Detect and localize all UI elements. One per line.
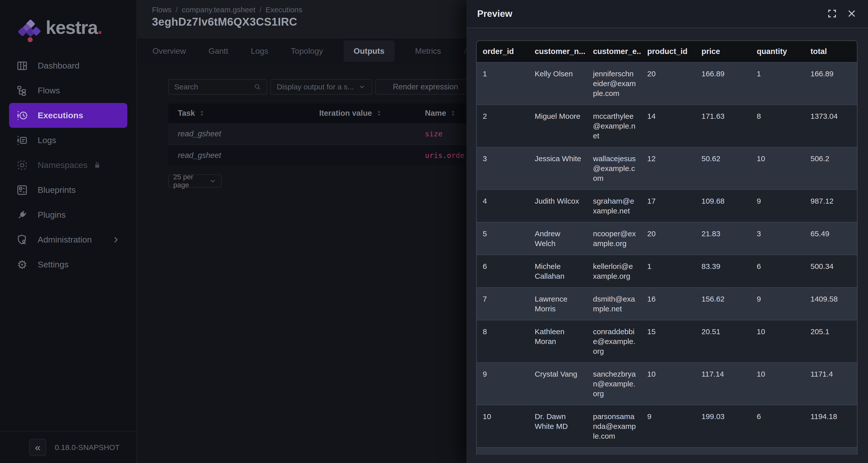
- sidebar-item-plugins[interactable]: Plugins: [9, 203, 127, 227]
- preview-cell: 9: [751, 190, 804, 222]
- sort-icon[interactable]: [450, 110, 457, 117]
- search-input[interactable]: Search: [168, 79, 267, 95]
- output-name[interactable]: uris.orde: [425, 151, 464, 160]
- outputs-table-row[interactable]: read_gsheeturis.orde: [168, 144, 492, 166]
- preview-cell: kellerlori@example.org: [587, 255, 641, 287]
- preview-cell: 156.62: [695, 287, 751, 320]
- sidebar-item-settings[interactable]: ⚙Settings: [9, 252, 127, 277]
- preview-cell: 50.62: [695, 147, 751, 190]
- preview-cell: 987.12: [804, 190, 858, 222]
- sidebar-item-label: Administration: [38, 235, 92, 245]
- preview-cell: wallacejesus@example.com: [587, 147, 641, 190]
- tab-label: Overview: [152, 47, 186, 56]
- preview-column-header[interactable]: price: [695, 41, 751, 62]
- tab-gantt[interactable]: Gantt: [207, 40, 230, 62]
- preview-title: Preview: [477, 8, 513, 19]
- preview-cell: 7: [477, 287, 529, 320]
- preview-column-header[interactable]: quantity: [751, 41, 804, 62]
- preview-cell: 6: [477, 255, 529, 287]
- outputs-table-row[interactable]: read_gsheetsize: [168, 123, 492, 144]
- preview-column-header[interactable]: total: [804, 41, 858, 62]
- sidebar-collapse-button[interactable]: «: [29, 439, 46, 456]
- blueprints-icon: [16, 184, 28, 196]
- preview-cell: Jessica White: [529, 147, 587, 190]
- preview-cell: 17: [641, 190, 695, 222]
- sidebar-item-flows[interactable]: Flows: [9, 78, 127, 103]
- sidebar-item-administration[interactable]: Administration: [9, 227, 127, 252]
- preview-cell: 1: [751, 62, 804, 105]
- sort-icon[interactable]: [198, 110, 206, 117]
- render-expression-button[interactable]: Render expression: [375, 79, 476, 95]
- preview-cell: 20.51: [695, 320, 751, 363]
- preview-table-row[interactable]: 7Lawrence Morrisdsmith@example.net16156.…: [477, 287, 858, 320]
- kestra-logo[interactable]: kestra.: [18, 15, 102, 40]
- preview-table-row[interactable]: 2Miguel Mooremccarthylee@example.net1417…: [477, 105, 858, 147]
- preview-table-row[interactable]: 5Andrew Welchncooper@example.org2021.833…: [477, 222, 858, 255]
- preview-table-row[interactable]: 1Kelly Olsenjenniferschneider@example.co…: [477, 62, 858, 105]
- tab-outputs[interactable]: Outputs: [344, 40, 395, 62]
- preview-cell: 6: [641, 447, 695, 455]
- preview-column-header[interactable]: customer_e...: [587, 41, 641, 62]
- tab-topology[interactable]: Topology: [289, 40, 325, 62]
- fullscreen-button[interactable]: [826, 7, 838, 20]
- tab-metrics[interactable]: Metrics: [413, 40, 443, 62]
- preview-column-header[interactable]: customer_n...: [529, 41, 587, 62]
- preview-table-row[interactable]: 3Jessica Whitewallacejesus@example.com12…: [477, 147, 858, 190]
- preview-table-row[interactable]: 9Crystal Vangsanchezbryan@example.org101…: [477, 363, 858, 405]
- preview-cell: 1: [641, 255, 695, 287]
- column-header[interactable]: Iteration value: [277, 109, 425, 118]
- administration-icon: [16, 234, 28, 246]
- breadcrumb-item[interactable]: Flows: [152, 5, 172, 14]
- preview-cell: Dawn Ball MD: [529, 447, 587, 455]
- preview-cell: Andrew Welch: [529, 222, 587, 255]
- per-page-value: 25 per page: [173, 173, 209, 189]
- output-name[interactable]: size: [425, 129, 442, 138]
- sort-icon[interactable]: [375, 110, 382, 117]
- preview-cell: 6: [751, 405, 804, 447]
- chevron-down-icon: [358, 83, 366, 91]
- sidebar-item-executions[interactable]: Executions: [9, 103, 127, 128]
- preview-table-container[interactable]: order_idcustomer_n...customer_e...produc…: [476, 40, 858, 455]
- column-header[interactable]: Task: [168, 109, 277, 118]
- preview-cell: 14: [641, 105, 695, 147]
- preview-column-header[interactable]: order_id: [477, 41, 529, 62]
- sidebar-item-logs[interactable]: Logs: [9, 128, 127, 153]
- outputs-controls: Search Display output for a s... Render …: [168, 79, 476, 95]
- tab-label: Gantt: [209, 47, 228, 56]
- tab-logs[interactable]: Logs: [249, 40, 270, 62]
- preview-table-row[interactable]: 4Judith Wilcoxsgraham@example.net17109.6…: [477, 190, 858, 222]
- preview-table-row[interactable]: 10Dr. Dawn White MDparsonsamanda@example…: [477, 405, 858, 447]
- breadcrumb-separator: /: [259, 5, 261, 14]
- preview-cell: 506.2: [804, 147, 858, 190]
- display-output-value: Display output for a s...: [277, 83, 354, 91]
- breadcrumb-item[interactable]: company.team.gsheet: [182, 5, 255, 14]
- preview-cell: 9: [477, 363, 529, 405]
- preview-table: order_idcustomer_n...customer_e...produc…: [477, 41, 858, 455]
- sidebar-item-dashboard[interactable]: Dashboard: [9, 53, 127, 78]
- tab-label: Metrics: [415, 47, 441, 56]
- preview-column-header[interactable]: product_id: [641, 41, 695, 62]
- preview-cell: 21.83: [695, 222, 751, 255]
- preview-cell: 109.68: [695, 190, 751, 222]
- preview-cell: parsonsamanda@example.com: [587, 405, 641, 447]
- preview-cell: 117.14: [695, 363, 751, 405]
- app-root: kestra. DashboardFlowsExecutionsLogsName…: [0, 0, 868, 463]
- breadcrumb-item[interactable]: Executions: [266, 5, 302, 14]
- preview-cell: 9: [641, 405, 695, 447]
- per-page-select[interactable]: 25 per page: [168, 175, 221, 188]
- preview-cell: Dr. Dawn White MD: [529, 405, 587, 447]
- sidebar-item-blueprints[interactable]: Blueprints: [9, 178, 127, 203]
- preview-cell: 199.03: [695, 405, 751, 447]
- close-button[interactable]: [845, 7, 858, 20]
- preview-cell: Crystal Vang: [529, 363, 587, 405]
- preview-cell: sgraham@example.net: [587, 190, 641, 222]
- sidebar-item-label: Blueprints: [38, 185, 75, 195]
- display-output-select[interactable]: Display output for a s...: [270, 79, 372, 95]
- tab-overview[interactable]: Overview: [150, 40, 188, 62]
- preview-table-row[interactable]: 11Dawn Ball MDdanielwhite@example.com617…: [477, 447, 858, 455]
- preview-cell: 1409.58: [804, 287, 858, 320]
- preview-cell: 166.89: [804, 62, 858, 105]
- preview-table-row[interactable]: 6Michele Callahankellerlori@example.org1…: [477, 255, 858, 287]
- sidebar-item-namespaces[interactable]: Namespaces: [9, 153, 127, 178]
- preview-table-row[interactable]: 8Kathleen Moranconraddebbie@example.org1…: [477, 320, 858, 363]
